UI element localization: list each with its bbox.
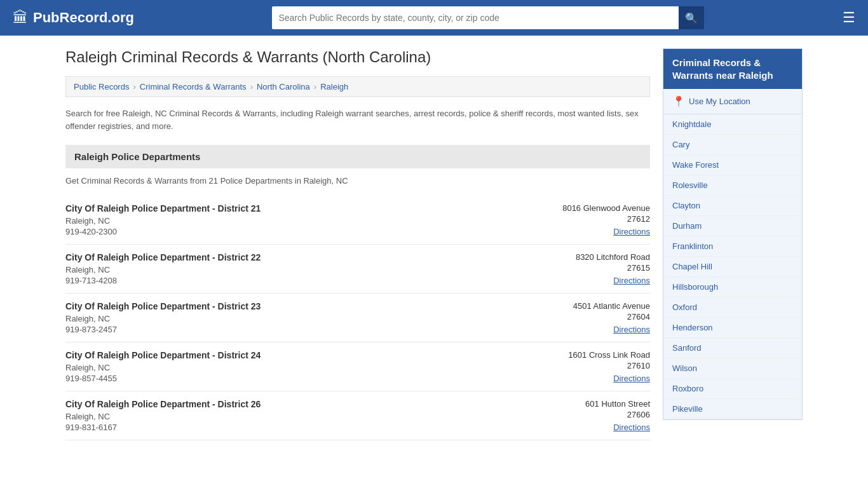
records-list: City Of Raleigh Police Department - Dist… xyxy=(65,196,650,440)
record-name: City Of Raleigh Police Department - Dist… xyxy=(65,350,523,360)
record-location: Raleigh, NC xyxy=(65,363,523,372)
record-info: City Of Raleigh Police Department - Dist… xyxy=(65,399,523,432)
record-zip: 27612 xyxy=(523,214,650,224)
record-location: Raleigh, NC xyxy=(65,265,523,274)
breadcrumb-sep-1: › xyxy=(133,82,135,92)
sidebar-item-pikeville[interactable]: Pikeville xyxy=(663,399,802,419)
record-name: City Of Raleigh Police Department - Dist… xyxy=(65,301,523,311)
page-title: Raleigh Criminal Records & Warrants (Nor… xyxy=(65,48,650,66)
record-street: 8320 Litchford Road xyxy=(523,252,650,262)
record-zip: 27615 xyxy=(523,263,650,273)
record-phone: 919-857-4455 xyxy=(65,374,523,383)
logo-text: PubRecord.org xyxy=(33,10,134,26)
hamburger-icon: ☰ xyxy=(843,10,855,25)
use-location-label: Use My Location xyxy=(689,97,750,106)
record-location: Raleigh, NC xyxy=(65,412,523,421)
sidebar-item-wake-forest[interactable]: Wake Forest xyxy=(663,155,802,175)
get-info-text: Get Criminal Records & Warrants from 21 … xyxy=(65,176,650,186)
site-header: 🏛 PubRecord.org 🔍 ☰ xyxy=(0,0,868,36)
breadcrumb-public-records[interactable]: Public Records xyxy=(74,82,129,92)
directions-link[interactable]: Directions xyxy=(613,423,650,432)
sidebar-item-henderson[interactable]: Henderson xyxy=(663,318,802,338)
breadcrumb-sep-2: › xyxy=(250,82,253,92)
breadcrumb-raleigh[interactable]: Raleigh xyxy=(320,82,348,92)
record-phone: 919-420-2300 xyxy=(65,227,523,236)
sidebar-item-oxford[interactable]: Oxford xyxy=(663,297,802,318)
section-header: Raleigh Police Departments xyxy=(65,145,650,168)
record-phone: 919-713-4208 xyxy=(65,276,523,285)
directions-link[interactable]: Directions xyxy=(613,325,650,334)
sidebar-box: Criminal Records & Warrants near Raleigh… xyxy=(663,48,803,420)
record-info: City Of Raleigh Police Department - Dist… xyxy=(65,203,523,236)
record-address: 1601 Cross Link Road 27610 Directions xyxy=(523,350,650,383)
table-row: City Of Raleigh Police Department - Dist… xyxy=(65,391,650,440)
record-street: 4501 Atlantic Avenue xyxy=(523,301,650,311)
sidebar-item-rolesville[interactable]: Rolesville xyxy=(663,175,802,196)
table-row: City Of Raleigh Police Department - Dist… xyxy=(65,294,650,342)
breadcrumb: Public Records › Criminal Records & Warr… xyxy=(65,76,650,97)
search-input[interactable] xyxy=(272,6,679,29)
sidebar: Criminal Records & Warrants near Raleigh… xyxy=(663,48,803,440)
main-container: Raleigh Criminal Records & Warrants (Nor… xyxy=(53,36,815,453)
record-phone: 919-831-6167 xyxy=(65,423,523,432)
table-row: City Of Raleigh Police Department - Dist… xyxy=(65,342,650,391)
directions-link[interactable]: Directions xyxy=(613,227,650,236)
sidebar-title: Criminal Records & Warrants near Raleigh xyxy=(663,49,802,89)
sidebar-item-franklinton[interactable]: Franklinton xyxy=(663,236,802,257)
directions-link[interactable]: Directions xyxy=(613,276,650,285)
record-name: City Of Raleigh Police Department - Dist… xyxy=(65,252,523,262)
record-address: 601 Hutton Street 27606 Directions xyxy=(523,399,650,432)
menu-button[interactable]: ☰ xyxy=(843,10,855,26)
record-name: City Of Raleigh Police Department - Dist… xyxy=(65,399,523,409)
use-location-button[interactable]: 📍 Use My Location xyxy=(663,89,802,114)
directions-link[interactable]: Directions xyxy=(613,374,650,383)
record-name: City Of Raleigh Police Department - Dist… xyxy=(65,203,523,214)
sidebar-item-sanford[interactable]: Sanford xyxy=(663,338,802,358)
record-info: City Of Raleigh Police Department - Dist… xyxy=(65,252,523,285)
table-row: City Of Raleigh Police Department - Dist… xyxy=(65,245,650,294)
record-address: 4501 Atlantic Avenue 27604 Directions xyxy=(523,301,650,334)
sidebar-item-clayton[interactable]: Clayton xyxy=(663,196,802,216)
content-area: Raleigh Criminal Records & Warrants (Nor… xyxy=(65,48,650,440)
record-location: Raleigh, NC xyxy=(65,216,523,226)
search-button[interactable]: 🔍 xyxy=(679,6,704,29)
breadcrumb-north-carolina[interactable]: North Carolina xyxy=(257,82,310,92)
record-phone: 919-873-2457 xyxy=(65,325,523,334)
record-address: 8320 Litchford Road 27615 Directions xyxy=(523,252,650,285)
sidebar-item-durham[interactable]: Durham xyxy=(663,216,802,236)
location-icon: 📍 xyxy=(672,95,685,107)
sidebar-item-knightdale[interactable]: Knightdale xyxy=(663,114,802,135)
record-zip: 27606 xyxy=(523,410,650,419)
record-info: City Of Raleigh Police Department - Dist… xyxy=(65,301,523,334)
sidebar-item-cary[interactable]: Cary xyxy=(663,135,802,155)
record-info: City Of Raleigh Police Department - Dist… xyxy=(65,350,523,383)
table-row: City Of Raleigh Police Department - Dist… xyxy=(65,196,650,245)
sidebar-item-chapel-hill[interactable]: Chapel Hill xyxy=(663,257,802,277)
sidebar-links-container: KnightdaleCaryWake ForestRolesvilleClayt… xyxy=(663,114,802,419)
search-area: 🔍 xyxy=(272,6,704,29)
breadcrumb-sep-3: › xyxy=(314,82,316,92)
breadcrumb-criminal-records[interactable]: Criminal Records & Warrants xyxy=(140,82,247,92)
sidebar-item-hillsborough[interactable]: Hillsborough xyxy=(663,277,802,297)
record-address: 8016 Glenwood Avenue 27612 Directions xyxy=(523,203,650,236)
sidebar-item-wilson[interactable]: Wilson xyxy=(663,358,802,379)
record-street: 601 Hutton Street xyxy=(523,399,650,409)
page-description: Search for free Raleigh, NC Criminal Rec… xyxy=(65,107,650,132)
logo-area[interactable]: 🏛 PubRecord.org xyxy=(13,9,134,27)
logo-icon: 🏛 xyxy=(13,9,28,27)
record-location: Raleigh, NC xyxy=(65,314,523,323)
search-icon: 🔍 xyxy=(685,13,698,24)
record-zip: 27604 xyxy=(523,312,650,322)
sidebar-item-roxboro[interactable]: Roxboro xyxy=(663,379,802,399)
record-street: 8016 Glenwood Avenue xyxy=(523,203,650,213)
record-street: 1601 Cross Link Road xyxy=(523,350,650,360)
record-zip: 27610 xyxy=(523,361,650,370)
